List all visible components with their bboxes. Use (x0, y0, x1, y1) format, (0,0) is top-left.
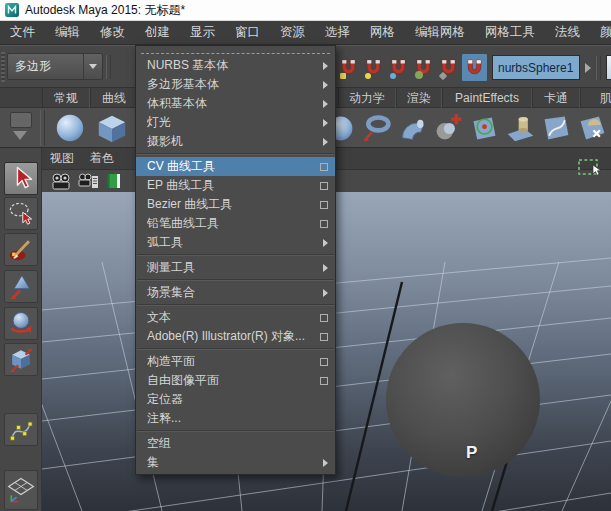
shelf-tab[interactable]: 动力学 (338, 88, 396, 108)
curve-tool-button[interactable] (4, 413, 38, 446)
menu-item-marker-icon[interactable] (315, 163, 328, 171)
menuset-dropdown-arrow[interactable] (83, 54, 102, 79)
menu-item[interactable]: 多边形基本体 (136, 75, 335, 94)
shelf-poly-delete-button[interactable] (574, 110, 610, 146)
menubar-item[interactable]: 法线 (545, 24, 590, 41)
snap-to-points-button[interactable] (386, 53, 411, 82)
shelf-poly-combine-button[interactable] (430, 110, 466, 146)
menubar-item[interactable]: 颜色 (590, 24, 611, 41)
marquee-select-button[interactable] (577, 158, 603, 182)
menu-item-marker-icon[interactable] (315, 377, 328, 385)
menu-item[interactable]: 集 (136, 453, 335, 472)
menubar-item[interactable]: 创建 (135, 24, 180, 41)
shelf-poly-bend-button[interactable] (394, 110, 430, 146)
menu-item[interactable]: CV 曲线工具 (136, 157, 335, 176)
shelf-menu-arrow-icon[interactable] (13, 131, 27, 140)
menubar-item[interactable]: 编辑 (45, 24, 90, 41)
select-tool-button[interactable] (4, 162, 38, 195)
menu-item-marker-icon[interactable] (315, 100, 328, 108)
menu-item-marker-icon[interactable] (315, 119, 328, 127)
lasso-select-tool-button[interactable] (4, 197, 38, 230)
snap-to-projected-center-button[interactable] (411, 53, 436, 82)
menu-item[interactable]: 体积基本体 (136, 94, 335, 113)
rotate-tool-button[interactable] (4, 307, 38, 340)
shelf-tab[interactable]: 渲染 (396, 88, 442, 108)
sidebar-panel-icon[interactable] (606, 55, 611, 80)
shelf-options-button[interactable] (10, 112, 32, 128)
scale-tool-button[interactable] (4, 343, 38, 376)
menu-item[interactable]: 灯光 (136, 113, 335, 132)
layout-grid-button[interactable] (4, 470, 38, 510)
menu-item-marker-icon[interactable] (315, 314, 328, 322)
menu-item[interactable]: Adobe(R) Illustrator(R) 对象... (136, 327, 335, 346)
nurbs-sphere-object[interactable] (386, 323, 540, 477)
shelf-tab[interactable]: 常规 (42, 88, 90, 108)
status-line-grip[interactable] (1, 52, 5, 82)
menu-item[interactable]: 铅笔曲线工具 (136, 214, 335, 233)
menubar-item[interactable]: 显示 (180, 24, 225, 41)
shelf-poly-torus-button[interactable] (358, 110, 394, 146)
menu-item-marker-icon[interactable] (315, 201, 328, 209)
menu-item-marker-icon[interactable] (315, 81, 328, 89)
snap-to-view-planes-button[interactable] (436, 53, 461, 82)
menu-item[interactable]: 摄影机 (136, 132, 335, 151)
menu-item[interactable]: 文本 (136, 308, 335, 327)
move-tool-button[interactable] (4, 270, 38, 303)
status-line-collapse-handle[interactable] (106, 55, 111, 79)
panel-camera-button[interactable] (50, 172, 72, 190)
bookmarks-button[interactable] (104, 172, 124, 190)
menu-item[interactable]: 定位器 (136, 390, 335, 409)
menu-item[interactable]: 测量工具 (136, 258, 335, 277)
menu-item-marker-icon[interactable] (315, 239, 328, 247)
point-badge-icon (390, 73, 396, 79)
next-field-arrow-icon[interactable] (585, 63, 591, 73)
menu-item-marker-icon[interactable] (315, 264, 328, 272)
menu-item[interactable]: 空组 (136, 434, 335, 453)
menu-tearoff-handle[interactable] (141, 48, 330, 54)
menu-item-marker-icon[interactable] (315, 358, 328, 366)
menu-item[interactable]: EP 曲线工具 (136, 176, 335, 195)
shelf-poly-sphere-button[interactable] (336, 110, 358, 146)
menuset-dropdown[interactable]: 多边形 (7, 53, 103, 80)
menu-item[interactable]: 弧工具 (136, 233, 335, 252)
snap-to-curves-button[interactable] (361, 53, 386, 82)
make-object-live-button[interactable] (461, 53, 488, 82)
menu-item-marker-icon[interactable] (315, 138, 328, 146)
menubar-item[interactable]: 编辑网格 (405, 24, 475, 41)
shelf-tab[interactable]: 卡通 (532, 88, 580, 108)
paint-select-tool-button[interactable] (4, 233, 38, 266)
menu-item[interactable]: Bezier 曲线工具 (136, 195, 335, 214)
menu-item[interactable]: 场景集合 (136, 283, 335, 302)
shelf-poly-mirror-button[interactable] (466, 110, 502, 146)
shelf-tab[interactable]: PaintEffects (442, 88, 532, 108)
menu-item-marker-icon[interactable] (315, 220, 328, 228)
menu-item[interactable]: 构造平面 (136, 352, 335, 371)
camera-attributes-button[interactable] (77, 172, 99, 190)
menu-item-marker-icon[interactable] (315, 333, 328, 341)
menu-item-marker-icon[interactable] (315, 182, 328, 190)
selection-name-input[interactable] (492, 55, 580, 80)
snap-to-grids-button[interactable] (336, 53, 361, 82)
menubar-item[interactable]: 选择 (315, 24, 360, 41)
menu-item-marker-icon[interactable] (315, 289, 328, 297)
shelf-sphere-button[interactable] (52, 110, 88, 146)
menu-item[interactable]: NURBS 基本体 (136, 56, 335, 75)
menu-item-marker-icon[interactable] (315, 459, 328, 467)
shelf-tab[interactable]: 肌肉 (580, 88, 611, 108)
shelf-tab[interactable]: 曲线 (90, 88, 138, 108)
shelf-poly-project-button[interactable] (502, 110, 538, 146)
menu-item[interactable]: 注释... (136, 409, 335, 428)
viewport-menu-item[interactable]: 着色 (90, 150, 114, 167)
menubar-item[interactable]: 网格 (360, 24, 405, 41)
menubar-item[interactable]: 窗口 (225, 24, 270, 41)
menubar-item[interactable]: 网格工具 (475, 24, 545, 41)
menubar-item[interactable]: 修改 (90, 24, 135, 41)
viewport-menu-item[interactable]: 视图 (50, 150, 74, 167)
menubar-item[interactable]: 资源 (270, 24, 315, 41)
menubar-item[interactable]: 文件 (0, 24, 45, 41)
menu-item[interactable]: 自由图像平面 (136, 371, 335, 390)
shelf-cube-button[interactable] (94, 110, 130, 146)
menu-item-marker-icon[interactable] (315, 62, 328, 70)
shelf-poly-cut-button[interactable] (538, 110, 574, 146)
status-group-handle[interactable] (596, 56, 601, 80)
